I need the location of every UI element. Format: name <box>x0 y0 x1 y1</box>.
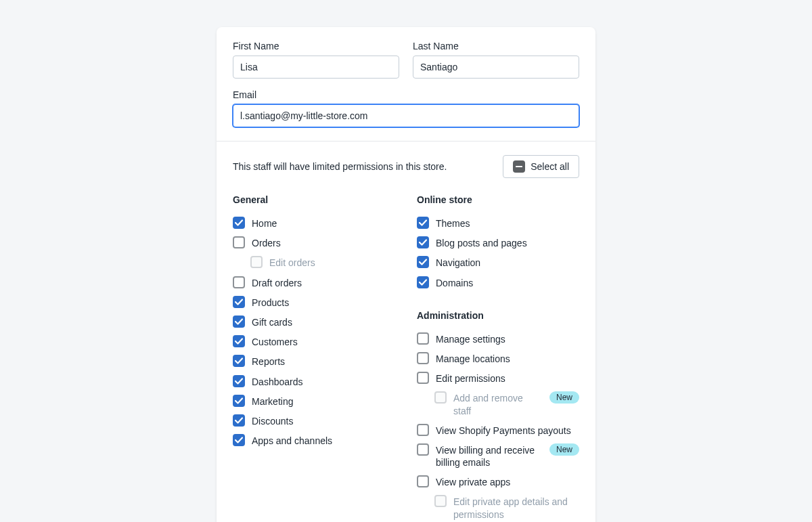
permission-label: Customers <box>252 335 395 348</box>
permission-checkbox[interactable] <box>233 375 245 387</box>
permission-item[interactable]: Manage settings <box>417 329 579 349</box>
new-badge: New <box>549 391 579 404</box>
permission-item: Edit orders <box>233 253 395 272</box>
select-all-button[interactable]: Select all <box>503 155 579 178</box>
permission-label: Edit private app details and permissions <box>453 495 579 520</box>
group-heading: General <box>233 194 395 205</box>
permission-checkbox[interactable] <box>233 335 245 347</box>
permission-label: Dashboards <box>252 375 395 388</box>
permission-item[interactable]: Reports <box>233 351 395 371</box>
permission-checkbox[interactable] <box>233 217 245 229</box>
permission-checkbox[interactable] <box>233 296 245 308</box>
permission-checkbox[interactable] <box>417 372 429 384</box>
group-heading: Online store <box>417 194 579 205</box>
permission-item[interactable]: Dashboards <box>233 372 395 391</box>
permission-item[interactable]: Blog posts and pages <box>417 233 579 253</box>
permission-item[interactable]: Navigation <box>417 253 579 272</box>
last-name-input[interactable] <box>413 56 579 79</box>
permission-checkbox[interactable] <box>233 316 245 328</box>
permission-item[interactable]: Gift cards <box>233 312 395 332</box>
permission-item[interactable]: Draft orders <box>233 273 395 292</box>
permission-label: Draft orders <box>252 276 395 289</box>
permission-item[interactable]: Manage locations <box>417 349 579 368</box>
permission-checkbox[interactable] <box>417 352 429 364</box>
permission-checkbox[interactable] <box>233 276 245 288</box>
permission-label: View private apps <box>436 475 579 488</box>
permission-label: Reports <box>252 355 395 368</box>
email-label: Email <box>233 89 579 100</box>
permission-group-online_store: Online storeThemesBlog posts and pagesNa… <box>417 194 579 292</box>
last-name-label: Last Name <box>413 41 579 51</box>
permission-label: Blog posts and pages <box>436 236 579 249</box>
permission-checkbox[interactable] <box>417 276 429 288</box>
permission-checkbox[interactable] <box>233 236 245 248</box>
permission-label: Discounts <box>252 414 395 427</box>
permission-checkbox[interactable] <box>417 475 429 487</box>
permission-checkbox[interactable] <box>417 236 429 248</box>
permission-item[interactable]: Domains <box>417 273 579 292</box>
permission-checkbox[interactable] <box>233 414 245 427</box>
identity-section: First Name Last Name Email <box>217 27 595 141</box>
permission-item[interactable]: Home <box>233 213 395 233</box>
permissions-intro: This staff will have limited permissions… <box>233 161 447 172</box>
select-all-label: Select all <box>531 161 569 172</box>
staff-permissions-card: First Name Last Name Email This staff wi… <box>217 27 595 522</box>
permission-item: Add and remove staffNew <box>417 388 579 420</box>
permission-item[interactable]: View Shopify Payments payouts <box>417 420 579 440</box>
permission-label: Manage locations <box>436 352 579 365</box>
permission-label: Orders <box>252 236 395 249</box>
permission-list: Manage settingsManage locationsEdit perm… <box>417 329 579 522</box>
permission-group-general: GeneralHomeOrdersEdit ordersDraft orders… <box>233 194 395 450</box>
email-input[interactable] <box>233 104 579 127</box>
permission-label: View billing and receive billing emails <box>436 443 537 469</box>
permission-item[interactable]: Products <box>233 292 395 312</box>
permission-item[interactable]: View private apps <box>417 472 579 492</box>
permission-checkbox[interactable] <box>417 443 429 456</box>
permission-item[interactable]: Apps and channels <box>233 431 395 450</box>
permission-checkbox <box>434 495 447 507</box>
permission-label: Products <box>252 296 395 309</box>
permissions-column-left: GeneralHomeOrdersEdit ordersDraft orders… <box>233 194 395 522</box>
permission-checkbox <box>250 256 263 268</box>
permission-label: Manage settings <box>436 332 579 345</box>
permission-label: Navigation <box>436 256 579 269</box>
permission-label: Gift cards <box>252 316 395 328</box>
permission-label: Marketing <box>252 395 395 408</box>
permission-checkbox <box>434 391 447 404</box>
permission-item[interactable]: Edit permissions <box>417 368 579 388</box>
permission-item[interactable]: Marketing <box>233 391 395 411</box>
permission-checkbox[interactable] <box>233 395 245 407</box>
permission-checkbox[interactable] <box>233 355 245 367</box>
first-name-label: First Name <box>233 41 399 51</box>
first-name-input[interactable] <box>233 56 399 79</box>
permission-label: Themes <box>436 217 579 230</box>
permission-label: Edit permissions <box>436 372 579 385</box>
permission-item: Edit private app details and permissions <box>417 492 579 522</box>
permission-checkbox[interactable] <box>233 434 245 446</box>
permission-item[interactable]: View billing and receive billing emailsN… <box>417 440 579 472</box>
permission-checkbox[interactable] <box>417 424 429 436</box>
permission-checkbox[interactable] <box>417 256 429 268</box>
permission-label: Edit orders <box>269 256 395 269</box>
permission-list: HomeOrdersEdit ordersDraft ordersProduct… <box>233 213 395 450</box>
permission-checkbox[interactable] <box>417 217 429 229</box>
new-badge: New <box>549 443 579 456</box>
permissions-column-right: Online storeThemesBlog posts and pagesNa… <box>417 194 579 522</box>
permission-label: Apps and channels <box>252 434 395 447</box>
permission-label: Domains <box>436 276 579 289</box>
permission-item[interactable]: Customers <box>233 332 395 351</box>
group-heading: Administration <box>417 310 579 321</box>
permission-item[interactable]: Orders <box>233 233 395 253</box>
permission-checkbox[interactable] <box>417 332 429 345</box>
permissions-section: This staff will have limited permissions… <box>217 141 595 522</box>
permission-label: Add and remove staff <box>453 391 537 416</box>
permission-group-administration: AdministrationManage settingsManage loca… <box>417 310 579 522</box>
permission-item[interactable]: Themes <box>417 213 579 233</box>
select-all-checkbox-icon <box>513 160 525 173</box>
permission-label: View Shopify Payments payouts <box>436 424 579 437</box>
permission-label: Home <box>252 217 395 230</box>
permission-item[interactable]: Discounts <box>233 411 395 431</box>
permission-list: ThemesBlog posts and pagesNavigationDoma… <box>417 213 579 292</box>
